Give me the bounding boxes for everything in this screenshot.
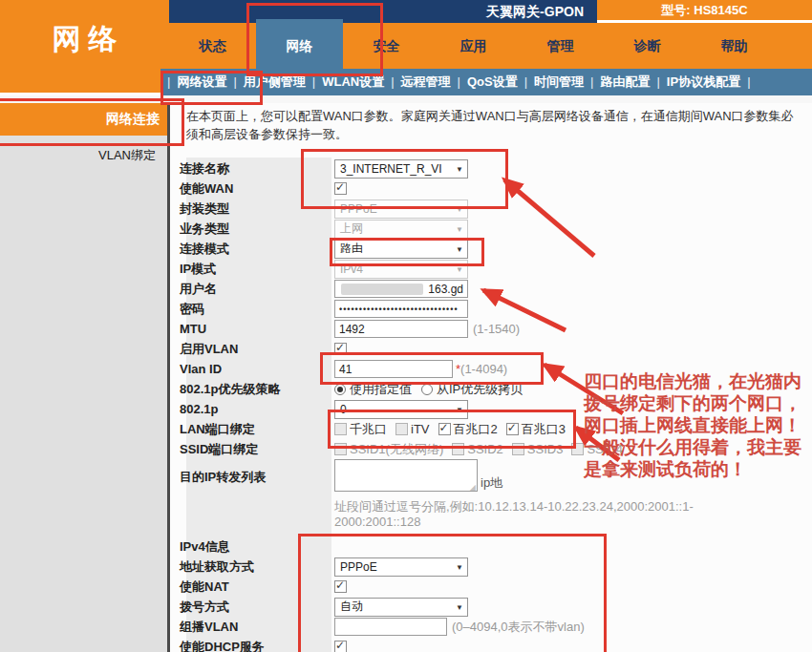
connection-mode-value: 路由 — [340, 241, 363, 257]
enable-dhcp-row: 使能DHCP服务 — [180, 637, 805, 652]
mcast-vlan-input[interactable] — [334, 618, 447, 636]
dial-mode-row: 拨号方式 自动 — [180, 597, 805, 617]
mtu-label: MTU — [180, 322, 334, 336]
connection-mode-row: 连接模式 路由 — [180, 239, 805, 259]
page-title: 网络 — [45, 20, 125, 59]
mcast-vlan-hint: (0–4094,0表示不带vlan) — [452, 619, 585, 636]
vlan-id-label: Vlan ID — [180, 362, 334, 376]
vlan-id-value: 41 — [339, 363, 352, 376]
ssid3-label: SSID3 — [527, 442, 564, 456]
tab-diagnosis[interactable]: 诊断 — [604, 23, 691, 69]
enable-nat-row: 使能NAT — [180, 577, 805, 597]
8021p-label: 802.1p — [180, 402, 334, 416]
tab-application[interactable]: 应用 — [430, 23, 517, 69]
subnav-item-qos-settings[interactable]: QoS设置 — [451, 74, 518, 91]
subnav-item-wlan-settings[interactable]: WLAN设置 — [306, 74, 384, 91]
radio-label-use-specified: 使用指定值 — [350, 381, 412, 398]
radio-label-copy-from-ip: 从IP优先级拷贝 — [437, 381, 523, 398]
enable-wan-checkbox[interactable] — [334, 182, 347, 195]
subnav-item-ip-stack-config[interactable]: IP协议栈配置 — [650, 74, 757, 91]
tab-status[interactable]: 状态 — [169, 23, 256, 69]
ssid4-checkbox[interactable] — [571, 443, 584, 455]
sidebar-item-vlan-binding[interactable]: VLAN绑定 — [0, 147, 167, 164]
subnav-item-user-side-management[interactable]: 用户侧管理 — [226, 74, 305, 91]
password-row: 密码 •••••••••••••••••••••••••••••• — [180, 299, 805, 319]
vlan-id-row: Vlan ID 41 *(1-4094) — [180, 359, 805, 379]
vlan-id-hint: (1-4094) — [460, 362, 507, 376]
addr-mode-value: PPPoE — [340, 560, 377, 574]
enable-vlan-checkbox[interactable] — [334, 343, 347, 355]
ip-forward-suffix: ip地 — [481, 474, 502, 492]
subnav-item-time-management[interactable]: 时间管理 — [518, 74, 584, 91]
wan-config-form: 连接名称 3_INTERNET_R_VI 使能WAN 封装类型 PPPoE 业务… — [180, 158, 805, 652]
mtu-input[interactable]: 1492 — [334, 320, 468, 338]
lan-port-fe2-checkbox[interactable] — [438, 423, 451, 435]
lan-port-itv-checkbox[interactable] — [395, 423, 408, 435]
main-content: 在本页面上，您可以配置WAN口参数。家庭网关通过WAN口与高层网络设备通信，在通… — [170, 103, 812, 652]
connection-name-row: 连接名称 3_INTERNET_R_VI — [180, 158, 805, 179]
mtu-value: 1492 — [339, 323, 365, 336]
enable-vlan-label: 启用VLAN — [180, 341, 334, 358]
ip-forward-label: 目的IP转发列表 — [180, 469, 334, 486]
addr-mode-select[interactable]: PPPoE — [334, 557, 468, 577]
username-input[interactable]: 163.gd — [334, 280, 468, 298]
connection-mode-label: 连接模式 — [180, 241, 334, 258]
lan-port-gigabit-label: 千兆口 — [350, 421, 387, 438]
lan-binding-label: LAN端口绑定 — [180, 421, 334, 438]
radio-copy-from-ip-priority[interactable] — [421, 384, 433, 395]
tab-network[interactable]: 网络 — [256, 19, 343, 69]
subnav-item-remote-management[interactable]: 远程管理 — [384, 74, 450, 91]
ssid1-checkbox[interactable] — [334, 443, 347, 455]
ip-forward-textarea[interactable] — [334, 459, 478, 492]
8021p-row: 802.1p 0 — [180, 399, 805, 419]
8021p-select[interactable]: 0 — [334, 400, 468, 419]
topbar: 天翼网关-GPON — [169, 0, 597, 24]
mcast-vlan-row: 组播VLAN (0–4094,0表示不带vlan) — [180, 617, 805, 637]
ssid2-label: SSID2 — [467, 442, 503, 456]
connection-name-select[interactable]: 3_INTERNET_R_VI — [334, 159, 468, 179]
lan-binding-row: LAN端口绑定 千兆口 iTV 百兆口2 百兆口3 — [180, 419, 805, 439]
mtu-row: MTU 1492 (1-1540) — [180, 319, 805, 339]
encapsulation-label: 封装类型 — [180, 200, 334, 218]
priority-policy-row: 802.1p优先级策略 使用指定值 从IP优先级拷贝 — [180, 379, 805, 399]
helper-line-1: 址段间通过逗号分隔,例如:10.12.13.14-10.22.23.24,200… — [334, 499, 805, 515]
addr-mode-label: 地址获取方式 — [180, 558, 334, 576]
radio-use-specified-value[interactable] — [334, 384, 346, 395]
lan-port-fe3-label: 百兆口3 — [522, 421, 566, 438]
username-visible-suffix: 163.gd — [428, 283, 463, 296]
dial-mode-select[interactable]: 自动 — [334, 598, 468, 617]
tab-help[interactable]: 帮助 — [691, 23, 778, 69]
tab-security[interactable]: 安全 — [343, 23, 430, 69]
vlan-id-input[interactable]: 41 — [334, 360, 453, 378]
ip-mode-row: IP模式 IPv4 — [180, 259, 805, 279]
tab-management[interactable]: 管理 — [517, 23, 604, 69]
ssid2-checkbox[interactable] — [452, 443, 464, 455]
subnav-item-network-settings[interactable]: 网络设置 — [160, 74, 226, 91]
sub-nav: 网络设置 用户侧管理 WLAN设置 远程管理 QoS设置 时间管理 路由配置 I… — [160, 69, 812, 95]
service-type-value: 上网 — [340, 221, 363, 237]
password-input[interactable]: •••••••••••••••••••••••••••••• — [334, 300, 468, 318]
ipv4-section-label: IPv4信息 — [180, 538, 334, 556]
helper-line-2: 2000:2001::128 — [334, 515, 805, 530]
enable-wan-row: 使能WAN — [180, 179, 805, 199]
service-type-label: 业务类型 — [180, 221, 334, 238]
connection-mode-select[interactable]: 路由 — [334, 240, 468, 259]
enable-wan-label: 使能WAN — [180, 180, 334, 198]
model-label: 型号: HS8145C — [661, 2, 747, 19]
sidebar-item-network-connection[interactable]: 网络连接 — [0, 103, 167, 136]
section-header: 网络 — [0, 0, 169, 93]
lan-port-gigabit-checkbox[interactable] — [334, 423, 347, 435]
encapsulation-row: 封装类型 PPPoE — [180, 199, 805, 219]
connection-name-label: 连接名称 — [180, 160, 334, 178]
subnav-item-route-config[interactable]: 路由配置 — [584, 74, 650, 91]
main-nav: 状态 网络 安全 应用 管理 诊断 帮助 — [169, 23, 778, 69]
enable-dhcp-label: 使能DHCP服务 — [180, 639, 334, 652]
enable-nat-checkbox[interactable] — [334, 580, 347, 593]
mcast-vlan-label: 组播VLAN — [180, 619, 334, 636]
ssid3-checkbox[interactable] — [512, 443, 524, 455]
encapsulation-value: PPPoE — [340, 202, 377, 216]
lan-port-fe3-checkbox[interactable] — [506, 423, 519, 435]
enable-dhcp-checkbox[interactable] — [334, 641, 347, 652]
8021p-value: 0 — [340, 403, 347, 416]
ip-mode-value: IPv4 — [340, 263, 363, 276]
